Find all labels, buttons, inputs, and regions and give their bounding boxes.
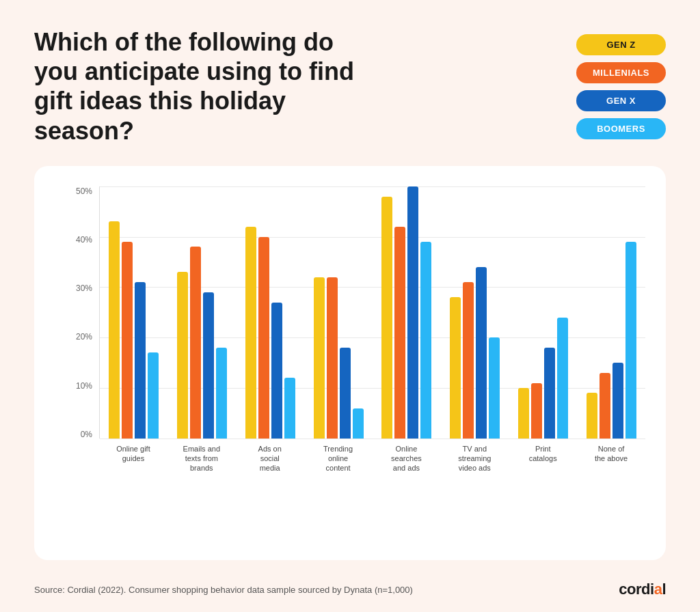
legend: GEN Z MILLENIALS GEN X BOOMERS <box>576 34 666 139</box>
y-label-0: 0% <box>68 430 92 439</box>
x-label: None ofthe above <box>577 444 645 473</box>
bar-millenials <box>190 247 201 439</box>
bar-millenials <box>327 277 338 439</box>
legend-boomers: BOOMERS <box>576 118 666 139</box>
bar-genx <box>203 292 214 439</box>
source-bar: Source: Cordial (2022). Consumer shoppin… <box>34 567 666 598</box>
legend-millenials: MILLENIALS <box>576 62 666 83</box>
bar-boomers <box>284 378 295 439</box>
bar-millenials <box>122 242 133 439</box>
chart-area: 0% 10% 20% 30% 40% 50% Online giftguides… <box>68 186 645 473</box>
bar-group <box>237 186 305 439</box>
bar-boomers <box>216 348 227 439</box>
bar-genx <box>135 282 146 439</box>
brand-logo: cordial <box>619 581 666 598</box>
bar-genz <box>109 221 120 438</box>
x-labels: Online giftguidesEmails andtexts frombra… <box>99 444 645 473</box>
bar-millenials <box>394 227 405 439</box>
bar-millenials <box>531 383 542 439</box>
y-label-40: 40% <box>68 235 92 245</box>
bar-group <box>441 186 509 439</box>
grid-and-bars <box>99 186 645 439</box>
bar-boomers <box>148 352 159 438</box>
bar-genz <box>587 393 597 438</box>
x-label: Printcatalogs <box>509 444 577 473</box>
bar-boomers <box>353 408 364 439</box>
x-label: TV andstreamingvideo ads <box>440 444 509 473</box>
bar-millenials <box>258 237 269 439</box>
bar-boomers <box>625 242 636 439</box>
main-container: Which of the following do you anticipate… <box>0 0 700 612</box>
bar-group <box>509 186 578 439</box>
bar-genz <box>177 272 188 439</box>
grid-line <box>100 439 645 439</box>
page-title: Which of the following do you anticipate… <box>34 27 376 145</box>
bar-genz <box>314 277 325 439</box>
legend-genx: GEN X <box>576 90 666 111</box>
bar-genx <box>271 303 282 439</box>
x-label: Onlinesearchesand ads <box>373 444 441 473</box>
bar-genz <box>245 227 256 439</box>
chart-container: 0% 10% 20% 30% 40% 50% Online giftguides… <box>34 166 666 560</box>
legend-genz: GEN Z <box>576 34 666 55</box>
bar-group <box>577 186 645 439</box>
y-label-20: 20% <box>68 332 92 342</box>
source-text: Source: Cordial (2022). Consumer shoppin… <box>34 585 413 595</box>
y-axis: 0% 10% 20% 30% 40% 50% <box>68 186 92 473</box>
y-label-10: 10% <box>68 381 92 391</box>
bar-genz <box>381 197 392 439</box>
y-label-30: 30% <box>68 283 92 293</box>
bar-groups <box>100 186 645 439</box>
bar-group <box>304 186 373 439</box>
bar-millenials <box>600 373 610 439</box>
bar-boomers <box>557 318 568 439</box>
bar-genx <box>340 348 351 439</box>
x-label: Emails andtexts frombrands <box>167 444 236 473</box>
bar-genx <box>544 348 555 439</box>
bar-genx <box>476 267 487 439</box>
bar-millenials <box>463 282 474 439</box>
bar-genx <box>612 363 623 439</box>
y-label-50: 50% <box>68 186 92 196</box>
bar-genz <box>450 297 461 439</box>
bar-boomers <box>420 242 431 439</box>
top-section: Which of the following do you anticipate… <box>34 27 666 145</box>
x-label: Online giftguides <box>99 444 167 473</box>
bar-boomers <box>489 337 500 439</box>
bar-group <box>168 186 237 439</box>
x-label: Trendingonlinecontent <box>304 444 373 473</box>
bar-genz <box>518 388 529 439</box>
bar-group <box>100 186 168 439</box>
bar-group <box>373 186 441 439</box>
bar-genx <box>407 186 418 439</box>
x-label: Ads onsocialmedia <box>236 444 304 473</box>
bars-area: Online giftguidesEmails andtexts frombra… <box>99 186 645 473</box>
